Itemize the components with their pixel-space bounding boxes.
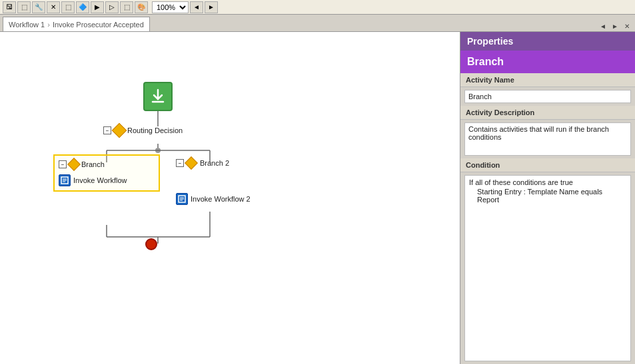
- branch1-icon: [67, 158, 81, 171]
- toolbar-btn-10[interactable]: 🎨: [135, 1, 148, 13]
- activity-name-section: Activity Name: [460, 73, 635, 87]
- condition-section: Condition: [460, 158, 635, 172]
- branch2-icon: [185, 156, 198, 170]
- condition-line1: If all of these conditions are true: [469, 178, 626, 186]
- routing-expand-btn[interactable]: −: [103, 126, 111, 134]
- toolbar-btn-3[interactable]: 🔧: [32, 1, 45, 13]
- condition-text1: If all of these conditions are true: [469, 178, 573, 186]
- activity-description-section: Activity Description: [460, 106, 635, 120]
- tab-prev-btn[interactable]: ◄: [598, 21, 608, 31]
- tab-close-btn[interactable]: ✕: [622, 21, 632, 31]
- end-node[interactable]: [145, 238, 157, 250]
- branch2-label: Branch 2: [199, 159, 229, 167]
- invoke1-label: Invoke Workflow: [73, 176, 127, 184]
- toolbar-btn-4[interactable]: ✕: [47, 1, 60, 13]
- properties-title-label: Properties: [467, 36, 513, 47]
- zoom-select[interactable]: 100% 75% 50% 150%: [152, 1, 189, 13]
- invoke-workflow-icon: [61, 176, 69, 184]
- invoke2-workflow-icon: [178, 195, 186, 203]
- toolbar-btn-8[interactable]: ▷: [105, 1, 119, 13]
- activity-description-text: Contains activities that will run if the…: [468, 125, 609, 141]
- properties-header: Properties: [460, 32, 635, 51]
- activity-description-label: Activity Description: [466, 108, 534, 116]
- toolbar-btn-2[interactable]: ⬚: [17, 1, 31, 13]
- routing-decision-node[interactable]: − Routing Decision: [103, 125, 183, 136]
- branch1-header: − Branch: [59, 160, 155, 169]
- canvas-area[interactable]: − Routing Decision − Branch Invoke Workf…: [0, 32, 460, 364]
- branch-title-bar: Branch: [460, 51, 635, 73]
- branch1-label: Branch: [81, 160, 105, 168]
- branch1-expand-btn[interactable]: −: [59, 160, 67, 168]
- toolbar-btn-5[interactable]: ⬚: [61, 1, 75, 13]
- main-layout: − Routing Decision − Branch Invoke Workf…: [0, 32, 635, 364]
- toolbar-btn-1[interactable]: 🖫: [3, 1, 16, 13]
- branch1-container[interactable]: − Branch Invoke Workflow: [53, 154, 160, 192]
- properties-panel: Properties Branch Activity Name Branch A…: [460, 32, 635, 364]
- routing-label: Routing Decision: [127, 126, 183, 134]
- toolbar-btn-6[interactable]: 🔷: [76, 1, 89, 13]
- invoke2-icon: [176, 193, 188, 205]
- toolbar-btn-9[interactable]: ⬚: [120, 1, 133, 13]
- toolbar: 🖫 ⬚ 🔧 ✕ ⬚ 🔷 ▶ ▷ ⬚ 🎨 100% 75% 50% 150% ◄ …: [0, 0, 635, 15]
- toolbar-btn-7[interactable]: ▶: [91, 1, 104, 13]
- tab-controls: ◄ ► ✕: [598, 21, 635, 31]
- condition-box: If all of these conditions are true Star…: [464, 175, 631, 361]
- invoke2-node[interactable]: Invoke Workflow 2: [176, 193, 251, 205]
- condition-text2: Starting Entry : Template Name equals Re…: [477, 188, 602, 204]
- branch-title: Branch: [467, 56, 504, 67]
- invoke2-label: Invoke Workflow 2: [191, 195, 251, 203]
- branch2-expand-btn[interactable]: −: [176, 159, 184, 167]
- branch2-container[interactable]: − Branch 2 Invoke Workflow 2: [176, 158, 251, 205]
- activity-name-value[interactable]: Branch: [464, 90, 631, 103]
- main-tab[interactable]: Workflow 1 › Invoke Prosecutor Accepted: [3, 17, 150, 31]
- condition-label: Condition: [466, 161, 500, 169]
- activity-name-label: Activity Name: [466, 76, 514, 84]
- toolbar-btn-12[interactable]: ►: [205, 1, 218, 13]
- invoke1-node[interactable]: Invoke Workflow: [59, 174, 155, 186]
- breadcrumb-workflow: Workflow 1: [9, 21, 45, 29]
- download-icon: [150, 89, 166, 104]
- routing-icon: [112, 123, 127, 138]
- tab-next-btn[interactable]: ►: [610, 21, 620, 31]
- toolbar-btn-11[interactable]: ◄: [190, 1, 203, 13]
- invoke1-icon: [59, 174, 71, 186]
- branch2-header: − Branch 2: [176, 158, 251, 168]
- activity-description-value[interactable]: Contains activities that will run if the…: [464, 122, 631, 156]
- svg-point-2: [155, 148, 161, 153]
- tab-separator: ›: [47, 21, 50, 29]
- breadcrumb-invoke: Invoke Prosecutor Accepted: [53, 21, 144, 29]
- condition-line2: Starting Entry : Template Name equals Re…: [469, 188, 626, 204]
- tabbar: Workflow 1 › Invoke Prosecutor Accepted …: [0, 15, 635, 32]
- activity-name-text: Branch: [468, 92, 492, 100]
- start-node[interactable]: [143, 82, 173, 111]
